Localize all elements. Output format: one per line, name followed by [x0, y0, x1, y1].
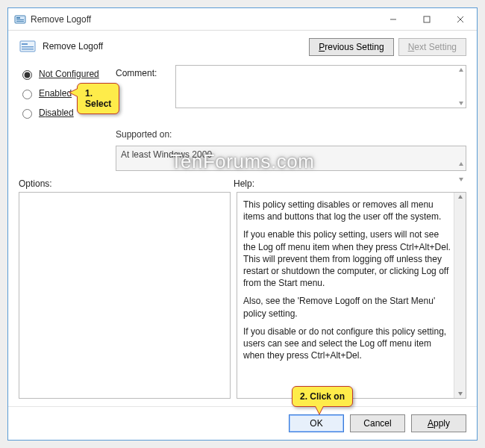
scrollbar-icon: [458, 66, 464, 108]
enabled-radio[interactable]: [22, 90, 32, 99]
svg-rect-5: [424, 16, 430, 22]
help-scrollbar[interactable]: [454, 193, 466, 398]
header-row: Remove Logoff Previous Setting Next Sett…: [19, 38, 466, 56]
dialog-footer: 2. Click on OK Cancel Apply: [8, 406, 477, 440]
comment-textarea[interactable]: [175, 65, 466, 108]
svg-marker-16: [458, 195, 463, 199]
svg-rect-11: [22, 49, 34, 50]
ok-button[interactable]: OK: [289, 414, 344, 432]
state-radio-group: Not Configured Enabled 1. Select Disable…: [19, 65, 116, 119]
not-configured-radio[interactable]: [22, 70, 32, 80]
options-label: Options:: [19, 178, 234, 189]
disabled-radio[interactable]: [22, 109, 32, 119]
help-paragraph: If you enable this policy setting, users…: [243, 228, 454, 289]
disabled-label: Disabled: [39, 108, 74, 118]
maximize-button[interactable]: [410, 8, 443, 30]
comment-label: Comment:: [116, 65, 175, 119]
svg-marker-12: [459, 68, 463, 72]
svg-marker-17: [458, 392, 463, 396]
panes-row: This policy setting disables or removes …: [19, 192, 466, 399]
scrollbar-icon: [458, 160, 464, 184]
callout-click-on: 2. Click on: [292, 386, 353, 407]
help-paragraph: This policy setting disables or removes …: [243, 199, 454, 223]
enabled-label: Enabled: [39, 88, 72, 99]
help-paragraph: If you disable or do not configure this …: [243, 326, 454, 362]
svg-rect-10: [22, 46, 34, 48]
help-pane: This policy setting disables or removes …: [237, 192, 466, 399]
svg-rect-9: [22, 43, 28, 45]
close-button[interactable]: [443, 8, 477, 30]
svg-marker-14: [459, 162, 463, 166]
help-label: Help:: [234, 178, 254, 189]
svg-rect-1: [16, 17, 20, 19]
policy-icon: [19, 38, 37, 56]
window-icon: [14, 13, 26, 25]
svg-rect-2: [16, 19, 24, 20]
minimize-button[interactable]: [376, 8, 410, 30]
not-configured-label: Not Configured: [39, 69, 99, 79]
callout-select: 1. Select: [77, 83, 119, 114]
svg-marker-13: [459, 102, 463, 105]
policy-editor-window: Remove Logoff Remove Logoff Previous Set…: [7, 7, 478, 441]
title-bar: Remove Logoff: [8, 8, 477, 31]
chevron-up-icon: [457, 194, 463, 200]
previous-setting-button[interactable]: Previous Setting: [309, 38, 393, 56]
svg-rect-3: [16, 21, 24, 22]
dialog-body: Remove Logoff Previous Setting Next Sett…: [8, 31, 477, 406]
help-paragraph: Also, see the 'Remove Logoff on the Star…: [243, 295, 454, 319]
svg-marker-15: [459, 178, 463, 181]
supported-on-readonly: At least Windows 2000: [116, 146, 466, 171]
nav-buttons: Previous Setting Next Setting: [309, 38, 466, 56]
chevron-down-icon: [457, 391, 463, 396]
options-pane: [19, 192, 231, 399]
policy-title: Remove Logoff: [43, 38, 309, 52]
next-setting-button[interactable]: Next Setting: [398, 38, 466, 56]
supported-on-label: Supported on:: [116, 125, 175, 140]
cancel-button[interactable]: Cancel: [350, 414, 405, 432]
config-grid: Not Configured Enabled 1. Select Disable…: [19, 65, 466, 171]
pane-labels: Options: Help:: [19, 178, 466, 189]
apply-button[interactable]: Apply: [411, 414, 466, 432]
window-title: Remove Logoff: [31, 14, 376, 25]
window-controls: [376, 8, 477, 30]
